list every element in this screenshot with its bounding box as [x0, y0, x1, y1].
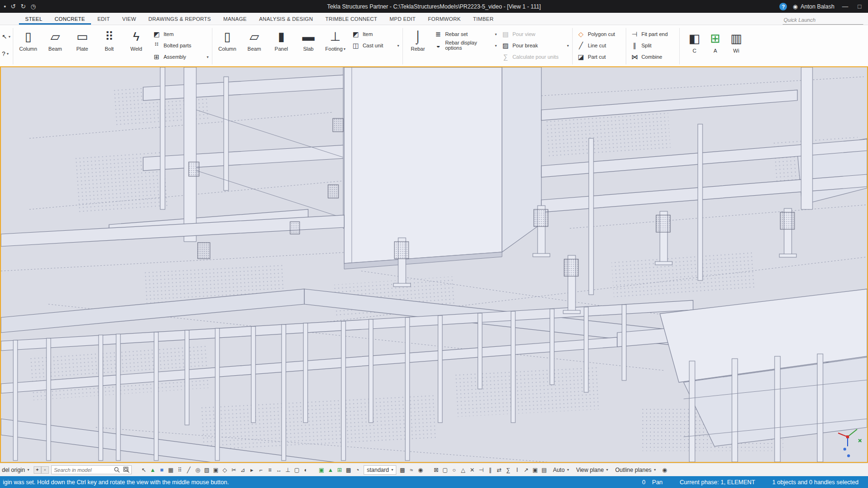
- clip-plane-tool[interactable]: ◔: [353, 465, 362, 474]
- concrete-beam-button[interactable]: ▱ Beam: [241, 26, 268, 66]
- select-parts-switch[interactable]: ▲: [148, 465, 157, 474]
- tab-drawings-reports[interactable]: DRAWINGS & REPORTS: [142, 13, 217, 25]
- select-lines-switch[interactable]: ╱: [184, 465, 193, 474]
- steel-item-button[interactable]: ◩ Item: [153, 29, 209, 39]
- tab-timber[interactable]: TIMBER: [467, 13, 500, 25]
- assembly-button[interactable]: ⊞ Assembly ▾: [153, 52, 209, 62]
- snap-override-7[interactable]: ∥: [485, 465, 494, 474]
- bolt-button[interactable]: ⠿ Bolt: [96, 26, 123, 66]
- redo-icon[interactable]: ↻: [21, 3, 26, 10]
- pour-break-button[interactable]: ▨ Pour break ▾: [502, 40, 569, 51]
- part-cut-button[interactable]: ◪ Part cut: [577, 52, 622, 62]
- search-window-icon[interactable]: [123, 467, 130, 473]
- origin-lock-button[interactable]: ▫: [41, 466, 49, 474]
- add-part-button[interactable]: ⊞ A: [705, 28, 726, 66]
- steel-beam-button[interactable]: ▱ Beam: [42, 26, 69, 66]
- trace-tool[interactable]: ≈: [407, 465, 416, 474]
- snap-override-11[interactable]: ↗: [521, 465, 530, 474]
- snap-depth-1[interactable]: ▣: [530, 465, 539, 474]
- tab-formwork[interactable]: FORMWORK: [422, 13, 467, 25]
- rebar-display-options-button[interactable]: ◒ Rebar display options ▾: [434, 40, 497, 51]
- maximize-button[interactable]: □: [856, 3, 863, 10]
- snap-endpoint-switch[interactable]: ◇: [220, 465, 229, 474]
- snap-override-8[interactable]: ⇄: [494, 465, 503, 474]
- snap-corner-switch[interactable]: ⌐: [256, 465, 265, 474]
- quick-launch-input[interactable]: Quick Launch: [783, 16, 863, 25]
- snap-cut-switch[interactable]: ✂: [229, 465, 238, 474]
- inquire-tool-button[interactable]: ? ▾: [2, 50, 10, 57]
- tab-analysis-design[interactable]: ANALYSIS & DESIGN: [253, 13, 319, 25]
- standard-dropdown[interactable]: standard▾: [364, 465, 397, 475]
- undo-icon[interactable]: ↺: [11, 3, 16, 10]
- rebar-set-button[interactable]: ≣ Rebar set ▾: [434, 29, 497, 39]
- slab-button[interactable]: ▬ Slab: [295, 26, 322, 66]
- snap-override-2[interactable]: ▢: [440, 465, 449, 474]
- select-tool-button[interactable]: ↖ ▾: [2, 33, 10, 40]
- snap-override-6[interactable]: ⊣: [476, 465, 485, 474]
- select-cursor-switch[interactable]: ↖: [139, 465, 148, 474]
- rebar-button[interactable]: ⌡ Rebar: [404, 26, 431, 66]
- fit-part-end-button[interactable]: ⊣ Fit part end: [630, 29, 676, 39]
- snap-edge-switch[interactable]: ⊿: [238, 465, 247, 474]
- steel-column-button[interactable]: ▯ Column: [15, 26, 42, 66]
- snap-free-switch[interactable]: ▢: [292, 465, 302, 474]
- wizard-button[interactable]: ▥ Wi: [726, 28, 747, 66]
- model-search[interactable]: [51, 465, 132, 474]
- snap-override-10[interactable]: I: [512, 465, 521, 474]
- select-views-switch[interactable]: ▣: [211, 465, 220, 474]
- model-viewport[interactable]: .bm{fill:#e3e5ee;stroke:#7e8398;stroke-w…: [0, 66, 868, 463]
- snap-override-9[interactable]: ∑: [503, 465, 512, 474]
- tab-mpd-edit[interactable]: MPD EDIT: [384, 13, 422, 25]
- fly-tool[interactable]: ▲: [326, 465, 335, 474]
- select-components-switch[interactable]: ◎: [193, 465, 202, 474]
- eye-icon[interactable]: ◉: [660, 465, 669, 474]
- origin-dropdown[interactable]: del origin▾: [0, 466, 32, 474]
- split-button[interactable]: ∥ Split: [630, 40, 676, 51]
- snap-override-1[interactable]: ⊠: [431, 465, 440, 474]
- snap-extension-switch[interactable]: ↔: [274, 465, 283, 474]
- line-cut-button[interactable]: ╱ Line cut: [577, 40, 622, 51]
- measure-tool[interactable]: ▩: [344, 465, 353, 474]
- snap-any-switch[interactable]: ◐: [302, 465, 311, 474]
- outline-planes-dropdown[interactable]: Outline planes▾: [612, 466, 659, 474]
- tab-concrete[interactable]: CONCRETE: [48, 13, 91, 25]
- combine-button[interactable]: ⋈ Combine: [630, 52, 676, 62]
- add-component-tool[interactable]: ⊞: [335, 465, 344, 474]
- minimize-button[interactable]: —: [840, 3, 850, 10]
- visibility-tool[interactable]: ◉: [416, 465, 425, 474]
- snap-perpendicular-switch[interactable]: ⊥: [283, 465, 292, 474]
- snap-override-4[interactable]: △: [458, 465, 467, 474]
- bolted-parts-button[interactable]: ⠛ Bolted parts: [153, 40, 209, 51]
- snap-override-3[interactable]: ○: [449, 465, 458, 474]
- footing-button[interactable]: ⊥ Footing▾: [322, 26, 349, 66]
- polygon-cut-button[interactable]: ◇ Polygon cut: [577, 29, 622, 39]
- tab-view[interactable]: VIEW: [116, 13, 142, 25]
- quick-launch[interactable]: Quick Launch: [783, 13, 863, 25]
- select-assemblies-switch[interactable]: ■: [157, 465, 166, 474]
- pour-view-button[interactable]: ▤ Pour view: [502, 29, 569, 39]
- tab-steel[interactable]: STEEL: [19, 13, 48, 25]
- cast-unit-button[interactable]: ◫ Cast unit ▾: [352, 40, 399, 51]
- select-grid-switch[interactable]: ▦: [166, 465, 175, 474]
- tab-edit[interactable]: EDIT: [91, 13, 116, 25]
- snap-depth-2[interactable]: ▤: [539, 465, 548, 474]
- search-icon[interactable]: [114, 467, 120, 473]
- create-view-tool[interactable]: ▣: [317, 465, 326, 474]
- view-plane-dropdown[interactable]: View plane▾: [573, 466, 611, 474]
- origin-add-button[interactable]: +: [34, 466, 41, 474]
- weld-button[interactable]: ϟ Weld: [123, 26, 150, 66]
- tab-trimble-connect[interactable]: TRIMBLE CONNECT: [319, 13, 384, 25]
- select-surfaces-switch[interactable]: ▧: [202, 465, 211, 474]
- help-icon[interactable]: ?: [779, 3, 787, 10]
- auto-dropdown[interactable]: Auto▾: [550, 466, 572, 474]
- snap-midpoint-switch[interactable]: ≡: [265, 465, 274, 474]
- select-points-switch[interactable]: ⠿: [175, 465, 184, 474]
- component-button[interactable]: ◧ C: [684, 28, 705, 66]
- calculate-pour-units-button[interactable]: ∑ Calculate pour units: [502, 52, 569, 62]
- history-icon[interactable]: ◷: [30, 3, 36, 10]
- panel-button[interactable]: ▮ Panel: [268, 26, 295, 66]
- snap-reference-switch[interactable]: ▸: [247, 465, 256, 474]
- plate-button[interactable]: ▭ Plate: [69, 26, 96, 66]
- search-input[interactable]: [52, 467, 112, 473]
- tab-manage[interactable]: MANAGE: [217, 13, 253, 25]
